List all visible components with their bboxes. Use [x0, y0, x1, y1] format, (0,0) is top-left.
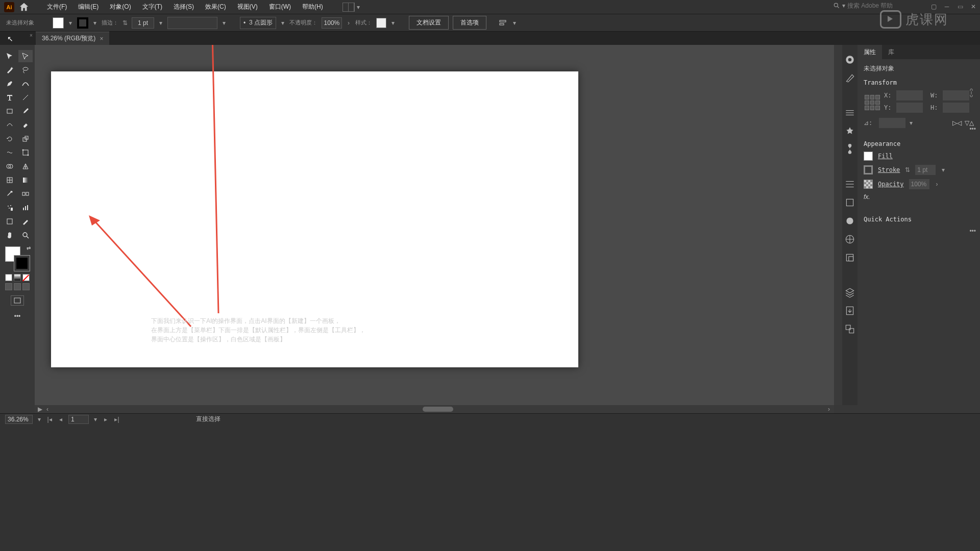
menu-window[interactable]: 窗口(W) [264, 1, 296, 13]
chevron-right-icon[interactable]: › [346, 19, 351, 27]
menu-view[interactable]: 视图(V) [232, 1, 263, 13]
chevron-down-icon[interactable]: ▾ [37, 416, 42, 423]
none-mode-icon[interactable] [22, 274, 30, 281]
chevron-down-icon[interactable]: ▾ [390, 19, 396, 27]
stroke-panel-icon[interactable] [844, 107, 855, 118]
line-tool[interactable] [18, 91, 33, 104]
stroke-swatch[interactable] [77, 17, 88, 29]
menu-select[interactable]: 选择(S) [168, 1, 199, 13]
opacity-input[interactable] [322, 17, 342, 29]
graphic-styles-panel-icon[interactable] [844, 234, 855, 245]
transparency-panel-icon[interactable] [844, 252, 855, 263]
zoom-select[interactable] [5, 415, 33, 424]
rotate-tool[interactable] [3, 133, 17, 145]
screen-mode-button[interactable] [11, 295, 24, 306]
edit-toolbar-icon[interactable]: ••• [14, 313, 21, 320]
artboard-number-input[interactable] [68, 415, 89, 424]
paintbrush-tool[interactable] [18, 105, 33, 117]
hand-tool[interactable] [3, 229, 17, 241]
fill-swatch[interactable] [53, 17, 64, 29]
chevron-left-icon[interactable]: ‹ [46, 406, 48, 413]
appearance-panel-icon[interactable] [844, 215, 855, 227]
curvature-tool[interactable] [18, 78, 33, 90]
chevron-down-icon[interactable]: ▾ [909, 119, 914, 127]
menu-help[interactable]: 帮助(H) [297, 1, 328, 13]
chevron-down-icon[interactable]: ▾ [512, 19, 517, 27]
draw-behind-icon[interactable] [14, 283, 21, 290]
magic-wand-tool[interactable] [3, 64, 17, 76]
link-icon[interactable] [968, 88, 975, 99]
h-input[interactable] [943, 103, 969, 113]
chevron-down-icon[interactable]: ▾ [68, 19, 73, 27]
color-mode-icon[interactable] [5, 274, 12, 281]
color-panel-icon[interactable] [844, 54, 855, 65]
swatches-panel-icon[interactable] [844, 72, 855, 84]
menu-object[interactable]: 对象(O) [105, 1, 136, 13]
symbol-sprayer-tool[interactable] [3, 202, 17, 214]
stroke-label[interactable]: Stroke [878, 166, 900, 173]
opacity-swatch[interactable] [864, 180, 873, 189]
lasso-tool[interactable] [18, 64, 33, 76]
tab-libraries[interactable]: 库 [882, 45, 900, 59]
horizontal-scrollbar[interactable]: ▶ ‹ › [35, 405, 834, 413]
stroke-swatch[interactable] [864, 165, 873, 174]
home-icon[interactable] [18, 2, 30, 13]
preferences-button[interactable]: 首选项 [453, 16, 486, 30]
first-artboard-icon[interactable]: |◂ [46, 416, 53, 423]
type-tool[interactable] [3, 91, 17, 104]
fill-label[interactable]: Fill [878, 153, 893, 160]
gradient-mode-icon[interactable] [14, 274, 21, 281]
slice-tool[interactable] [18, 215, 33, 228]
close-icon[interactable]: × [100, 35, 103, 42]
stroke-width-input[interactable] [132, 17, 154, 29]
document-setup-button[interactable]: 文档设置 [409, 16, 449, 30]
align-panel-icon[interactable] [844, 179, 855, 190]
stroke-color[interactable] [14, 256, 30, 271]
transform-panel-icon[interactable] [844, 197, 855, 208]
scrollbar-thumb[interactable] [423, 407, 453, 412]
chevron-down-icon[interactable]: ▾ [941, 166, 946, 173]
fill-stroke-control[interactable]: ⇄ [5, 246, 30, 271]
stepper-icon[interactable]: ⇅ [122, 19, 128, 27]
chevron-down-icon[interactable]: ▾ [280, 19, 285, 27]
prev-artboard-icon[interactable]: ◂ [57, 416, 64, 423]
play-icon[interactable]: ▶ [38, 406, 42, 413]
opacity-label[interactable]: Opacity [878, 181, 904, 188]
graph-tool[interactable] [18, 202, 33, 214]
flip-h-icon[interactable]: ▷◁ [952, 119, 962, 127]
zoom-tool[interactable] [18, 229, 33, 241]
menu-edit[interactable]: 编辑(E) [73, 1, 104, 13]
align-icon[interactable] [498, 18, 508, 28]
perspective-tool[interactable] [18, 160, 33, 172]
eyedropper-tool[interactable] [3, 188, 17, 200]
menu-type[interactable]: 文字(T) [137, 1, 167, 13]
draw-inside-icon[interactable] [22, 283, 30, 290]
tab-properties[interactable]: 属性 [857, 45, 882, 59]
gradient-tool[interactable] [18, 174, 33, 186]
shape-builder-tool[interactable] [3, 160, 17, 172]
selection-tool[interactable] [3, 50, 17, 62]
last-artboard-icon[interactable]: ▸| [113, 416, 120, 423]
shaper-tool[interactable] [3, 119, 17, 131]
chevron-right-icon[interactable]: › [828, 406, 830, 413]
mesh-tool[interactable] [3, 174, 17, 186]
chevron-down-icon[interactable]: ▾ [356, 4, 361, 11]
more-options-icon[interactable]: ••• [969, 228, 976, 235]
chevron-down-icon[interactable]: ▾ [158, 19, 163, 27]
close-icon[interactable]: × [30, 33, 33, 38]
chevron-down-icon[interactable]: ▾ [92, 19, 97, 27]
free-transform-tool[interactable] [18, 146, 33, 159]
vertical-scrollbar[interactable] [834, 45, 842, 405]
asset-export-panel-icon[interactable] [844, 305, 855, 316]
fx-label[interactable]: fx. [864, 193, 974, 201]
rectangle-tool[interactable] [3, 105, 17, 117]
direct-selection-tool[interactable] [18, 50, 33, 62]
fill-swatch[interactable] [864, 152, 873, 161]
stroke-width-input[interactable] [915, 165, 936, 175]
pen-tool[interactable] [3, 78, 17, 90]
brushes-panel-icon[interactable] [844, 144, 855, 155]
artboard-tool[interactable] [3, 215, 17, 228]
style-swatch[interactable] [376, 18, 386, 28]
more-options-icon[interactable]: ••• [969, 126, 976, 133]
reference-point[interactable] [864, 94, 881, 111]
